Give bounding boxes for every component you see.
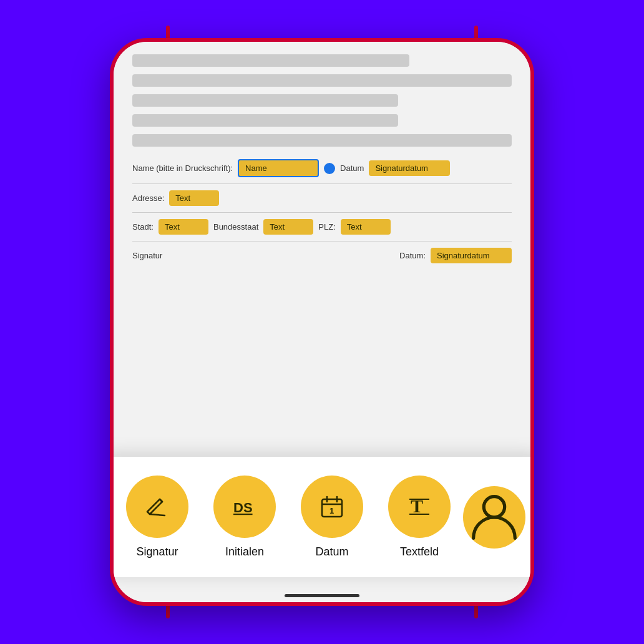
form-row-city: Stadt: Text Bundesstaat Text PLZ: Text <box>132 219 512 235</box>
signatur-label: Signatur <box>132 251 162 260</box>
signatur-label-bottom: Signatur <box>136 545 178 559</box>
skeleton-bar-2 <box>132 74 512 87</box>
tool-datum[interactable]: 1 Datum <box>288 476 376 559</box>
tool-benat[interactable] <box>463 486 525 549</box>
svg-line-0 <box>150 514 165 515</box>
svg-text:1: 1 <box>329 506 334 515</box>
skeleton-bar-5 <box>132 134 512 147</box>
divider-1 <box>132 183 512 184</box>
calendar-icon: 1 <box>317 492 347 522</box>
tool-initialen[interactable]: DS Initialen <box>201 476 288 559</box>
stadt-field[interactable]: Text <box>159 219 208 235</box>
benat-circle[interactable] <box>463 486 525 549</box>
person-icon <box>463 486 525 549</box>
form-row-adresse: Adresse: Text <box>132 190 512 206</box>
tool-textfeld[interactable]: T Textfeld <box>376 476 463 559</box>
textfeld-label-bottom: Textfeld <box>400 545 439 559</box>
plz-label: PLZ: <box>318 222 335 232</box>
ds-icon: DS <box>230 492 260 522</box>
bundesstaat-label: Bundesstaat <box>213 222 258 232</box>
adresse-label: Adresse: <box>132 193 164 203</box>
skeleton-bar-1 <box>132 54 409 67</box>
adresse-field[interactable]: Text <box>169 190 219 206</box>
stadt-label: Stadt: <box>132 222 154 232</box>
text-icon: T <box>404 492 434 522</box>
home-indicator <box>285 594 359 597</box>
phone-wrapper: Name (bitte in Druckschrift): Name Datum… <box>104 26 540 618</box>
form-row-name: Name (bitte in Druckschrift): Name Datum… <box>132 159 512 177</box>
svg-text:T: T <box>411 495 423 516</box>
signatur-datum-label: Datum: <box>399 251 426 260</box>
initialen-circle[interactable]: DS <box>213 476 276 538</box>
signatur-datum-field[interactable]: Signaturdatum <box>431 248 512 263</box>
datum-label: Datum <box>340 163 364 173</box>
svg-point-10 <box>484 496 504 517</box>
slider-dot <box>324 163 335 174</box>
pen-icon <box>142 492 172 522</box>
phone-frame: Name (bitte in Druckschrift): Name Datum… <box>110 38 534 606</box>
textfeld-circle[interactable]: T <box>388 476 451 538</box>
divider-3 <box>132 241 512 242</box>
tool-signatur[interactable]: Signatur <box>114 476 201 559</box>
form-section: Name (bitte in Druckschrift): Name Datum… <box>132 159 512 263</box>
form-row-signatur: Signatur Datum: Signaturdatum <box>132 248 512 263</box>
datum-field[interactable]: Signaturdatum <box>369 160 450 176</box>
initialen-label-bottom: Initialen <box>225 545 264 559</box>
signatur-circle[interactable] <box>126 476 188 538</box>
skeleton-bar-4 <box>132 114 398 127</box>
datum-label-bottom: Datum <box>315 545 348 559</box>
bottom-drawer: Signatur DS Initialen <box>110 457 534 577</box>
name-field[interactable]: Name <box>238 159 319 177</box>
bundesstaat-field[interactable]: Text <box>263 219 313 235</box>
skeleton-bar-3 <box>132 94 398 107</box>
divider-2 <box>132 212 512 213</box>
name-label: Name (bitte in Druckschrift): <box>132 163 233 173</box>
datum-circle[interactable]: 1 <box>301 476 363 538</box>
svg-text:DS: DS <box>233 500 253 515</box>
plz-field[interactable]: Text <box>341 219 391 235</box>
